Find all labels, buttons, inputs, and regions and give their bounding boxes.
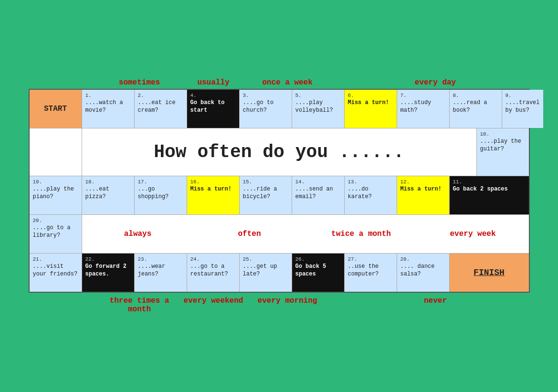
- cell-28-text: .... dance salsa?: [400, 263, 446, 278]
- header-usually: usually: [177, 78, 251, 87]
- cell-17: 17. ...go shopping?: [135, 176, 187, 214]
- cell-16-num: 16.: [190, 179, 236, 185]
- cell-15-text: ....ride a bicycle?: [243, 186, 288, 201]
- cell-15-num: 15.: [243, 179, 288, 185]
- freq-every-morning: every morning: [251, 297, 325, 314]
- cell-10-text: ....play the guitar?: [480, 138, 526, 153]
- cell-8: 8. ....read a book?: [450, 90, 502, 128]
- cell-20-num: 20.: [33, 218, 78, 223]
- cell-14-text: ....send an email?: [295, 186, 341, 201]
- cell-13-num: 13.: [348, 179, 393, 185]
- cell-23: 23. ....wear jeans?: [135, 254, 187, 292]
- cell-27-num: 27.: [348, 256, 393, 262]
- cell-19: 19. ....play the piano?: [30, 176, 82, 214]
- cell-2: 2. ....eat ice cream?: [135, 90, 187, 128]
- start-label: START: [44, 105, 67, 113]
- start-cell: START: [30, 90, 82, 128]
- cell-8-num: 8.: [453, 93, 498, 98]
- cell-24: 24. ...go to a restaurant?: [187, 254, 240, 292]
- cell-6: 6. Miss a turn!: [345, 90, 397, 128]
- cell-19-text: ....play the piano?: [33, 186, 78, 201]
- cell-9: 9. ....travel by bus?: [502, 90, 543, 128]
- cell-7-num: 7.: [400, 93, 446, 98]
- cell-1: 1. ....watch a movie?: [82, 90, 135, 128]
- cell-14-num: 14.: [295, 179, 341, 185]
- cell-16-text: Miss a turn!: [190, 186, 236, 193]
- cell-26-text: Go back 5 spaces: [295, 263, 341, 278]
- cell-11: 11. Go back 2 spaces: [450, 176, 529, 214]
- cell-6-num: 6.: [348, 93, 393, 98]
- freq-every-weekend: every weekend: [177, 297, 251, 314]
- cell-12: 12. Miss a turn!: [397, 176, 450, 214]
- cell-7: 7. ....study math?: [397, 90, 450, 128]
- cell-1-text: ....watch a movie?: [85, 99, 131, 114]
- cell-26-num: 26.: [295, 256, 341, 262]
- cell-28: 28. .... dance salsa?: [397, 254, 450, 292]
- freq-always: always: [82, 228, 194, 240]
- cell-16: 16. Miss a turn!: [187, 176, 240, 214]
- cell-4: 4. Go back to start: [187, 90, 240, 128]
- cell-8-text: ....read a book?: [453, 99, 498, 114]
- cell-18: 18. ....eat pizza?: [82, 176, 135, 214]
- cell-23-num: 23.: [138, 256, 183, 262]
- cell-7-text: ....study math?: [400, 99, 446, 114]
- cell-3: 3. ....go to church?: [240, 90, 292, 128]
- cell-4-text: Go back to start: [190, 99, 236, 114]
- cell-26: 26. Go back 5 spaces: [292, 254, 345, 292]
- cell-9-num: 9.: [505, 93, 540, 98]
- cell-24-num: 24.: [190, 256, 236, 262]
- header-blank2: [325, 78, 399, 87]
- finish-label: FINISH: [474, 268, 505, 277]
- cell-10-num: 10.: [480, 131, 526, 137]
- cell-19-num: 19.: [33, 179, 78, 185]
- cell-3-text: ....go to church?: [243, 99, 288, 114]
- row-3: 19. ....play the piano? 18. ....eat pizz…: [30, 176, 529, 215]
- cell-27: 27. ..use the computer?: [345, 254, 397, 292]
- cell-3-num: 3.: [243, 93, 288, 98]
- freq-often: often: [194, 228, 305, 240]
- cell-13: 13. ....do karate?: [345, 176, 397, 214]
- cell-17-text: ...go shopping?: [138, 186, 183, 201]
- row-1: START 1. ....watch a movie? 2. ....eat i…: [30, 90, 529, 128]
- cell-2-num: 2.: [138, 93, 183, 98]
- freq-subrow: 20. ....go to a library? always often tw…: [30, 215, 529, 254]
- cell-18-text: ....eat pizza?: [85, 186, 131, 201]
- cell-21-text: ....visit your friends?: [33, 263, 78, 278]
- cell-25-num: 25.: [243, 256, 288, 262]
- freq-blank-bl: [29, 297, 103, 314]
- cell-5-num: 5.: [295, 93, 341, 98]
- cell-4-num: 4.: [190, 93, 236, 98]
- freq-every-week: every week: [417, 228, 529, 240]
- cell-25: 25. ....get up late?: [240, 254, 292, 292]
- game-title: How often do you ......: [154, 142, 404, 162]
- cell-6-text: Miss a turn!: [348, 99, 393, 107]
- cell-22-num: 22.: [85, 256, 131, 262]
- cell-25-text: ....get up late?: [243, 263, 288, 278]
- cell-18-num: 18.: [85, 179, 131, 185]
- cell-12-num: 12.: [400, 179, 446, 185]
- middle-row: How often do you ...... 10. ....play the…: [30, 128, 529, 176]
- cell-14: 14. ....send an email?: [292, 176, 345, 214]
- cell-17-num: 17.: [138, 179, 183, 185]
- header-every-day: every day: [399, 78, 473, 87]
- middle-left-spacer: [30, 128, 82, 176]
- game-board-container: sometimes usually once a week every day …: [29, 78, 530, 314]
- header-blank: [29, 78, 103, 87]
- header-once-a-week: once a week: [251, 78, 325, 87]
- cell-22-text: Go forward 2 spaces.: [85, 263, 131, 278]
- freq-three-times: three times a month: [103, 297, 177, 314]
- cell-11-text: Go back 2 spaces: [453, 186, 526, 193]
- cell-28-num: 28.: [400, 256, 446, 262]
- board: START 1. ....watch a movie? 2. ....eat i…: [29, 89, 530, 293]
- cell-1-num: 1.: [85, 93, 131, 98]
- cell-2-text: ....eat ice cream?: [138, 99, 183, 114]
- top-freq-headers: sometimes usually once a week every day: [29, 78, 530, 89]
- cell-10: 10. ....play the guitar?: [476, 128, 529, 176]
- bottom-freq-headers: three times a month every weekend every …: [29, 297, 530, 314]
- cell-12-text: Miss a turn!: [400, 186, 446, 193]
- cell-5: 5. ....play volleyball?: [292, 90, 345, 128]
- cell-15: 15. ....ride a bicycle?: [240, 176, 292, 214]
- cell-20: 20. ....go to a library?: [30, 215, 82, 253]
- cell-21-num: 21.: [33, 256, 78, 262]
- cell-27-text: ..use the computer?: [348, 263, 393, 278]
